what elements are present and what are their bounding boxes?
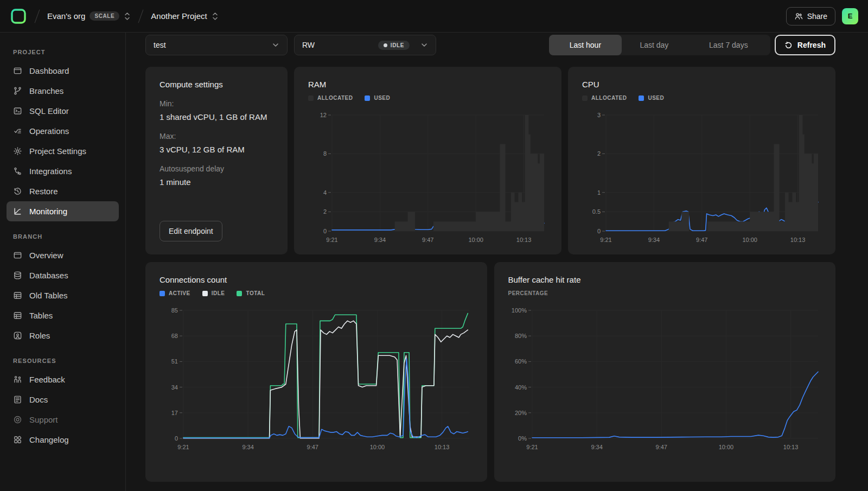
sidebar-item-overview[interactable]: Overview [7,245,119,265]
autosuspend-label: Autosuspend delay [159,164,273,173]
monitoring-icon [13,207,22,216]
edit-endpoint-button[interactable]: Edit endpoint [159,221,222,241]
chevron-updown-icon [124,11,131,22]
roles-icon [13,331,22,340]
docs-icon [13,395,22,404]
svg-text:3: 3 [597,112,601,118]
svg-text:68: 68 [171,333,178,339]
autosuspend-value: 1 minute [159,177,273,187]
sidebar-item-label: Tables [29,311,53,320]
neon-logo[interactable] [10,8,27,25]
endpoint-status-label: IDLE [391,42,404,48]
compute-max-value: 3 vCPU, 12 GB of RAM [159,145,273,154]
sidebar-item-branches[interactable]: Branches [7,81,119,101]
svg-text:20%: 20% [514,410,526,416]
sql-editor-icon [13,106,22,116]
svg-text:1: 1 [597,189,601,196]
sidebar-item-label: Monitoring [29,207,67,216]
svg-text:10:00: 10:00 [468,237,483,243]
breadcrumb-divider [138,9,144,23]
sidebar-item-dashboard[interactable]: Dashboard [7,61,119,81]
legend-item-idle: IDLE [202,290,225,296]
cards-row-2: Connections count ACTIVE IDLE TOTAL 0173… [145,262,835,482]
sidebar-item-label: SQL Editor [29,106,69,116]
section-label-resources: RESOURCES [13,358,112,364]
svg-text:9:21: 9:21 [600,237,611,243]
dashboard-icon [13,66,22,75]
org-selector[interactable]: Evan's org SCALE [47,11,131,22]
share-label: Share [807,12,827,21]
svg-text:10:13: 10:13 [790,237,806,243]
time-range-tabs: Last hour Last day Last 7 days [549,35,770,55]
project-selector[interactable]: Another Project [151,11,218,22]
legend-item-active: ACTIVE [159,290,190,296]
sidebar-item-restore[interactable]: Restore [7,181,119,201]
chevron-down-icon [420,41,428,49]
section-label-branch: BRANCH [13,233,112,240]
breadcrumb-divider [35,9,40,23]
refresh-button[interactable]: Refresh [775,35,835,55]
sidebar-item-changelog[interactable]: Changelog [7,430,119,450]
share-button[interactable]: Share [786,7,835,25]
connections-chart: 017345168859:219:349:4710:0010:13 [159,305,473,452]
sidebar-item-label: Feedback [29,375,65,384]
sidebar-item-old-tables[interactable]: Old Tables [7,285,119,305]
org-name: Evan's org [47,11,85,21]
refresh-icon [784,41,793,49]
sidebar-item-label: Changelog [29,435,69,444]
sidebar-item-label: Overview [29,251,63,260]
svg-text:0.5: 0.5 [592,208,601,215]
chevron-down-icon [272,41,279,49]
svg-text:100%: 100% [511,307,526,314]
legend: ACTIVE IDLE TOTAL [159,290,473,296]
sidebar-item-integrations[interactable]: Integrations [7,161,119,181]
sidebar-item-databases[interactable]: Databases [7,265,119,285]
compute-settings-card: Compute settings Min: 1 shared vCPU, 1 G… [145,67,288,254]
sidebar-item-label: Docs [29,395,48,404]
legend-swatch [159,291,165,296]
sidebar-item-label: Support [29,415,58,424]
table-icon [13,291,22,300]
sidebar-item-label: Branches [29,86,63,95]
cpu-chart-card: CPU ALLOCATED USED 00.51239:219:349:4710… [568,67,835,254]
svg-text:9:47: 9:47 [655,444,667,450]
sidebar-item-label: Old Tables [29,291,68,300]
controls-row: test RW IDLE Last hour Last day Last 7 d… [145,35,835,55]
sidebar-item-feedback[interactable]: Feedback [7,369,119,390]
endpoint-select[interactable]: RW IDLE [294,35,436,55]
svg-text:9:47: 9:47 [696,237,707,243]
compute-min-label: Min: [159,99,273,108]
sidebar: PROJECT Dashboard Branches SQL Editor Op… [0,33,126,491]
tab-last-7-days[interactable]: Last 7 days [687,35,770,55]
svg-text:9:34: 9:34 [374,237,386,243]
people-icon [794,12,803,21]
tab-last-day[interactable]: Last day [622,35,687,55]
sidebar-item-monitoring[interactable]: Monitoring [7,201,119,221]
card-title: CPU [582,80,821,89]
top-bar: Evan's org SCALE Another Project Share E [0,0,868,33]
svg-text:9:34: 9:34 [591,444,602,450]
user-avatar[interactable]: E [842,8,858,24]
sidebar-item-operations[interactable]: Operations [7,121,119,141]
svg-text:10:00: 10:00 [742,237,757,243]
sidebar-item-sql-editor[interactable]: SQL Editor [7,101,119,121]
restore-icon [13,187,22,196]
svg-text:51: 51 [171,358,178,365]
sidebar-item-project-settings[interactable]: Project Settings [7,141,119,161]
legend-item-used: USED [639,95,664,101]
sidebar-item-docs[interactable]: Docs [7,390,119,410]
branch-select[interactable]: test [145,35,288,55]
sidebar-item-tables[interactable]: Tables [7,305,119,326]
tab-last-hour[interactable]: Last hour [549,35,622,55]
legend-item-allocated: ALLOCATED [582,95,627,101]
legend-swatch [639,95,644,101]
status-dot-icon [384,43,387,47]
svg-text:9:47: 9:47 [307,444,318,450]
sidebar-item-roles[interactable]: Roles [7,326,119,346]
project-name: Another Project [151,11,207,21]
svg-text:2: 2 [597,150,601,157]
buffer-cache-chart: 0%20%40%60%80%100%9:219:349:4710:0010:13 [508,305,821,452]
legend-item-total: TOTAL [237,290,265,296]
svg-text:0%: 0% [518,435,527,442]
sidebar-item-support[interactable]: Support [7,410,119,430]
